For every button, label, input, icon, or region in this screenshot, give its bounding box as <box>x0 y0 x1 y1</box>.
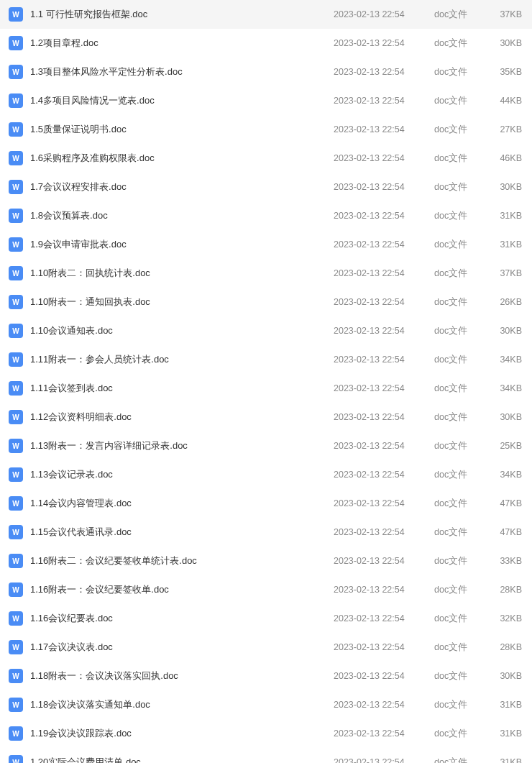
file-size: 35KB <box>489 67 532 77</box>
file-row[interactable]: W1.18附表一：会议决议落实回执.doc2023-02-13 22:54doc… <box>0 662 532 690</box>
file-row[interactable]: W1.12会议资料明细表.doc2023-02-13 22:54doc文件30K… <box>0 403 532 431</box>
file-type: doc文件 <box>434 296 489 309</box>
file-row[interactable]: W1.9会议申请审批表.doc2023-02-13 22:54doc文件31KB <box>0 230 532 259</box>
file-date: 2023-02-13 22:54 <box>334 355 434 365</box>
file-date: 2023-02-13 22:54 <box>334 700 434 710</box>
file-row[interactable]: W1.10附表一：通知回执表.doc2023-02-13 22:54doc文件2… <box>0 288 532 316</box>
file-type: doc文件 <box>434 9 489 21</box>
file-type: doc文件 <box>434 498 489 510</box>
doc-file-icon: W <box>9 324 23 338</box>
file-type: doc文件 <box>434 641 489 654</box>
file-row[interactable]: W1.16会议纪要表.doc2023-02-13 22:54doc文件32KB <box>0 604 532 633</box>
file-date: 2023-02-13 22:54 <box>334 297 434 307</box>
file-type: doc文件 <box>434 95 489 107</box>
file-row[interactable]: W1.3项目整体风险水平定性分析表.doc2023-02-13 22:54doc… <box>0 58 532 86</box>
file-size: 47KB <box>489 498 532 508</box>
file-size: 34KB <box>489 383 532 393</box>
file-row[interactable]: W1.2项目章程.doc2023-02-13 22:54doc文件30KB <box>0 29 532 58</box>
doc-file-icon: W <box>9 640 23 654</box>
file-date: 2023-02-13 22:54 <box>334 527 434 537</box>
doc-file-icon: W <box>9 352 23 367</box>
file-name: 1.13会议记录表.doc <box>30 468 334 481</box>
file-date: 2023-02-13 22:54 <box>334 585 434 595</box>
file-size: 30KB <box>489 182 532 192</box>
file-row[interactable]: W1.13附表一：发言内容详细记录表.doc2023-02-13 22:54do… <box>0 431 532 460</box>
doc-file-icon: W <box>9 122 23 137</box>
file-row[interactable]: W1.17会议决议表.doc2023-02-13 22:54doc文件28KB <box>0 633 532 662</box>
file-date: 2023-02-13 22:54 <box>334 182 434 192</box>
file-size: 46KB <box>489 153 532 163</box>
file-type: doc文件 <box>434 699 489 711</box>
file-row[interactable]: W1.10会议通知表.doc2023-02-13 22:54doc文件30KB <box>0 316 532 345</box>
file-date: 2023-02-13 22:54 <box>334 613 434 623</box>
file-row[interactable]: W1.11附表一：参会人员统计表.doc2023-02-13 22:54doc文… <box>0 345 532 374</box>
file-name: 1.12会议资料明细表.doc <box>30 411 334 424</box>
file-type: doc文件 <box>434 152 489 165</box>
doc-file-icon: W <box>9 381 23 396</box>
doc-file-icon: W <box>9 496 23 511</box>
file-row[interactable]: W1.13会议记录表.doc2023-02-13 22:54doc文件34KB <box>0 460 532 489</box>
file-row[interactable]: W1.14会议内容管理表.doc2023-02-13 22:54doc文件47K… <box>0 489 532 518</box>
file-row[interactable]: W1.8会议预算表.doc2023-02-13 22:54doc文件31KB <box>0 201 532 230</box>
doc-file-icon: W <box>9 755 23 763</box>
doc-file-icon: W <box>9 36 23 50</box>
file-type: doc文件 <box>434 584 489 596</box>
file-name: 1.16会议纪要表.doc <box>30 612 334 625</box>
file-name: 1.16附表二：会议纪要签收单统计表.doc <box>30 554 334 567</box>
file-row[interactable]: W1.16附表一：会议纪要签收单.doc2023-02-13 22:54doc文… <box>0 575 532 604</box>
file-size: 32KB <box>489 613 532 623</box>
file-date: 2023-02-13 22:54 <box>334 67 434 77</box>
file-name: 1.1 可行性研究报告框架.doc <box>30 8 334 21</box>
file-list: W1.1 可行性研究报告框架.doc2023-02-13 22:54doc文件3… <box>0 0 532 763</box>
file-type: doc文件 <box>434 181 489 193</box>
file-size: 44KB <box>489 96 532 106</box>
file-size: 30KB <box>489 412 532 422</box>
file-date: 2023-02-13 22:54 <box>334 326 434 336</box>
file-size: 31KB <box>489 728 532 739</box>
file-name: 1.16附表一：会议纪要签收单.doc <box>30 583 334 596</box>
file-type: doc文件 <box>434 124 489 136</box>
file-name: 1.6采购程序及准购权限表.doc <box>30 152 334 165</box>
file-row[interactable]: W1.20实际会议费用清单.doc2023-02-13 22:54doc文件31… <box>0 748 532 763</box>
file-row[interactable]: W1.18会议决议落实通知单.doc2023-02-13 22:54doc文件3… <box>0 690 532 719</box>
file-size: 31KB <box>489 239 532 250</box>
file-type: doc文件 <box>434 613 489 625</box>
file-date: 2023-02-13 22:54 <box>334 757 434 763</box>
file-size: 30KB <box>489 671 532 681</box>
file-row[interactable]: W1.16附表二：会议纪要签收单统计表.doc2023-02-13 22:54d… <box>0 547 532 575</box>
file-row[interactable]: W1.1 可行性研究报告框架.doc2023-02-13 22:54doc文件3… <box>0 0 532 29</box>
file-name: 1.17会议决议表.doc <box>30 641 334 654</box>
file-row[interactable]: W1.19会议决议跟踪表.doc2023-02-13 22:54doc文件31K… <box>0 719 532 748</box>
file-row[interactable]: W1.7会议议程安排表.doc2023-02-13 22:54doc文件30KB <box>0 173 532 201</box>
file-row[interactable]: W1.15会议代表通讯录.doc2023-02-13 22:54doc文件47K… <box>0 518 532 547</box>
file-date: 2023-02-13 22:54 <box>334 153 434 163</box>
file-row[interactable]: W1.6采购程序及准购权限表.doc2023-02-13 22:54doc文件4… <box>0 144 532 173</box>
file-type: doc文件 <box>434 757 489 764</box>
file-row[interactable]: W1.11会议签到表.doc2023-02-13 22:54doc文件34KB <box>0 374 532 403</box>
file-size: 34KB <box>489 355 532 365</box>
doc-file-icon: W <box>9 698 23 712</box>
doc-file-icon: W <box>9 410 23 424</box>
doc-file-icon: W <box>9 726 23 741</box>
doc-file-icon: W <box>9 266 23 280</box>
file-name: 1.11会议签到表.doc <box>30 382 334 395</box>
file-type: doc文件 <box>434 268 489 280</box>
doc-file-icon: W <box>9 151 23 165</box>
file-date: 2023-02-13 22:54 <box>334 239 434 250</box>
file-date: 2023-02-13 22:54 <box>334 383 434 393</box>
file-name: 1.18附表一：会议决议落实回执.doc <box>30 670 334 682</box>
file-type: doc文件 <box>434 440 489 452</box>
file-type: doc文件 <box>434 469 489 481</box>
file-name: 1.20实际会议费用清单.doc <box>30 756 334 763</box>
file-type: doc文件 <box>434 325 489 337</box>
doc-file-icon: W <box>9 669 23 683</box>
doc-file-icon: W <box>9 611 23 626</box>
file-date: 2023-02-13 22:54 <box>334 412 434 422</box>
file-row[interactable]: W1.5质量保证说明书.doc2023-02-13 22:54doc文件27KB <box>0 115 532 144</box>
file-size: 26KB <box>489 297 532 307</box>
doc-file-icon: W <box>9 237 23 252</box>
file-row[interactable]: W1.10附表二：回执统计表.doc2023-02-13 22:54doc文件3… <box>0 259 532 288</box>
file-name: 1.2项目章程.doc <box>30 37 334 50</box>
file-date: 2023-02-13 22:54 <box>334 96 434 106</box>
file-row[interactable]: W1.4多项目风险情况一览表.doc2023-02-13 22:54doc文件4… <box>0 86 532 115</box>
